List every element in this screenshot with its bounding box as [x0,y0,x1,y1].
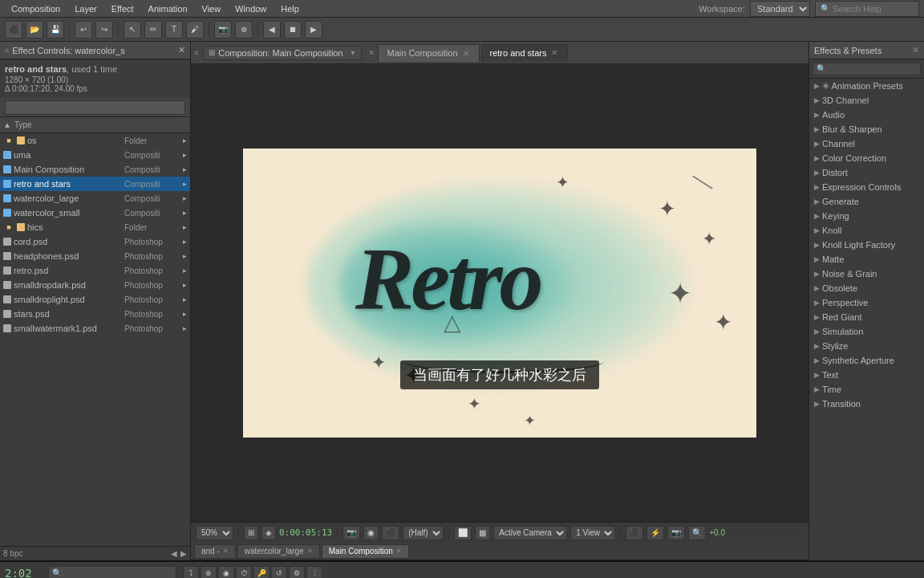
list-item[interactable]: watercolor_large Compositi ▸ [0,191,190,206]
camera-btn[interactable]: 📷 [342,526,360,540]
effects-search-input[interactable] [813,63,921,75]
mask-btn[interactable]: ◈ [261,526,276,540]
grid-btn[interactable]: ⊞ [244,526,258,540]
scroll-right-btn[interactable]: ▶ [180,549,187,558]
anchor-tool[interactable]: ⊕ [235,21,253,39]
effects-item-blur[interactable]: ▶ Blur & Sharpen [809,122,924,136]
show-snapshot-btn[interactable]: 🔍 [688,526,706,540]
effects-item-noise[interactable]: ▶ Noise & Grain [809,267,924,281]
new-project-btn[interactable]: ⬛ [5,21,22,39]
list-item[interactable]: headphones.psd Photoshop ▸ [0,249,190,263]
list-item[interactable]: smalldroplight.psd Photoshop ▸ [0,292,190,307]
brush-tool[interactable]: 🖌 [186,21,204,39]
effects-item-keying[interactable]: ▶ Keying [809,209,924,223]
subtab-watercolor-close[interactable]: ✕ [307,547,313,555]
effects-item-simulation[interactable]: ▶ Simulation [809,324,924,339]
effects-item-color-correction[interactable]: ▶ Color Correction [809,151,924,165]
effects-item-stylize[interactable]: ▶ Stylize [809,339,924,353]
effects-item-channel[interactable]: ▶ Channel [809,136,924,151]
fast-preview-btn[interactable]: ⚡ [646,526,664,540]
effects-item-obsolete[interactable]: ▶ Obsolete [809,281,924,295]
tl-btn-7[interactable]: ⚙ [289,566,305,579]
tl-btn-4[interactable]: ⏱ [236,566,252,579]
undo-btn[interactable]: ↩ [75,21,92,39]
timeline-search-input[interactable] [48,566,176,579]
list-item[interactable]: cord.psd Photoshop ▸ [0,234,190,249]
effects-item-animation-presets[interactable]: ▶ ✳ Animation Presets [809,79,924,93]
list-item-selected[interactable]: retro and stars Compositi ▸ [0,177,190,191]
text-tool[interactable]: T [165,21,183,39]
selection-tool[interactable]: ↖ [124,21,141,39]
effects-item-knoll[interactable]: ▶ Knoll [809,223,924,238]
play-btn[interactable]: ◀ [263,21,281,39]
checkerboard-btn[interactable]: ▦ [475,526,490,540]
list-item[interactable]: ■ os Folder ▸ [0,133,190,148]
list-item[interactable]: smalldropdark.psd Photoshop ▸ [0,278,190,292]
menu-animation[interactable]: Animation [142,2,194,15]
quality-select[interactable]: (Half) [403,526,444,540]
effects-item-matte[interactable]: ▶ Matte [809,252,924,267]
view-select[interactable]: 1 View [570,526,615,540]
snapshot-btn[interactable]: 📷 [667,526,685,540]
stop-btn[interactable]: ⏹ [284,21,302,39]
tl-btn-3[interactable]: ◉ [218,566,234,579]
tl-btn-6[interactable]: ↺ [271,566,287,579]
render-btn[interactable]: ⬛ [626,526,643,540]
menu-effect[interactable]: Effect [105,2,140,15]
list-item[interactable]: retro.psd Photoshop ▸ [0,263,190,278]
subtab-and[interactable]: and - ✕ [194,544,236,559]
effects-panel-close[interactable]: ✕ [912,45,919,55]
tl-btn-8[interactable]: ⋮ [306,566,322,579]
redo-btn[interactable]: ↪ [95,21,113,39]
effects-item-perspective[interactable]: ▶ Perspective [809,295,924,310]
subtab-main-close[interactable]: ✕ [396,547,402,555]
menu-composition[interactable]: Composition [5,2,67,15]
effects-item-red-giant[interactable]: ▶ Red Giant [809,310,924,324]
tab-main-close[interactable]: ✕ [461,49,471,58]
forward-btn[interactable]: ▶ [305,21,322,39]
list-item[interactable]: Main Composition Compositi ▸ [0,162,190,177]
pen-tool[interactable]: ✏ [144,21,162,39]
menu-window[interactable]: Window [229,2,273,15]
effects-item-3dchannel[interactable]: ▶ 3D Channel [809,93,924,108]
effect-controls-close[interactable]: ✕ [178,45,185,55]
camera-select[interactable]: Active Camera [493,526,567,540]
comp-tab-retro[interactable]: retro and stars ✕ [481,44,569,62]
scroll-left-btn[interactable]: ◀ [171,549,177,558]
list-item[interactable]: uma Compositi ▸ [0,148,190,162]
camera-tool[interactable]: 📷 [214,21,232,39]
search-help-input[interactable]: 🔍 Search Help [815,1,919,17]
color-btn[interactable]: ◉ [363,526,379,540]
tab-retro-close[interactable]: ✕ [549,48,559,57]
alpha-btn[interactable]: ⬛ [382,526,399,540]
workspace-select[interactable]: Standard [750,1,810,17]
tl-btn-5[interactable]: 🔑 [253,566,270,579]
region-btn[interactable]: ⬜ [454,526,472,540]
menu-view[interactable]: View [196,2,228,15]
subtab-main[interactable]: Main Composition ✕ [322,544,409,559]
comp-window-arrow[interactable]: ▼ [350,49,357,57]
subtab-watercolor[interactable]: watercolor_large ✕ [237,544,320,559]
open-btn[interactable]: 📂 [26,21,43,39]
effects-item-knoll-light[interactable]: ▶ Knoll Light Factory [809,238,924,252]
effects-item-text[interactable]: ▶ Text [809,368,924,382]
effects-item-transition[interactable]: ▶ Transition [809,397,924,411]
effects-item-synthetic[interactable]: ▶ Synthetic Aperture [809,353,924,368]
menu-help[interactable]: Help [274,2,306,15]
list-item[interactable]: ■ hics Folder ▸ [0,220,190,234]
save-btn[interactable]: 💾 [47,21,64,39]
zoom-select[interactable]: 50% [196,526,233,540]
effects-item-time[interactable]: ▶ Time [809,382,924,397]
tl-btn-2[interactable]: ⊕ [201,566,217,579]
subtab-and-close[interactable]: ✕ [223,547,229,555]
effects-item-generate[interactable]: ▶ Generate [809,194,924,209]
effects-item-expression[interactable]: ▶ Expression Controls [809,180,924,194]
project-search-input[interactable] [5,100,185,115]
list-item[interactable]: stars.psd Photoshop ▸ [0,307,190,321]
comp-window-close[interactable]: ✕ [367,48,376,57]
comp-tab-main[interactable]: Main Composition ✕ [378,44,479,62]
menu-layer[interactable]: Layer [68,2,103,15]
tl-btn-1[interactable]: ⤵ [183,566,199,579]
effects-item-distort[interactable]: ▶ Distort [809,165,924,180]
list-item[interactable]: smallwatermark1.psd Photoshop ▸ [0,321,190,336]
